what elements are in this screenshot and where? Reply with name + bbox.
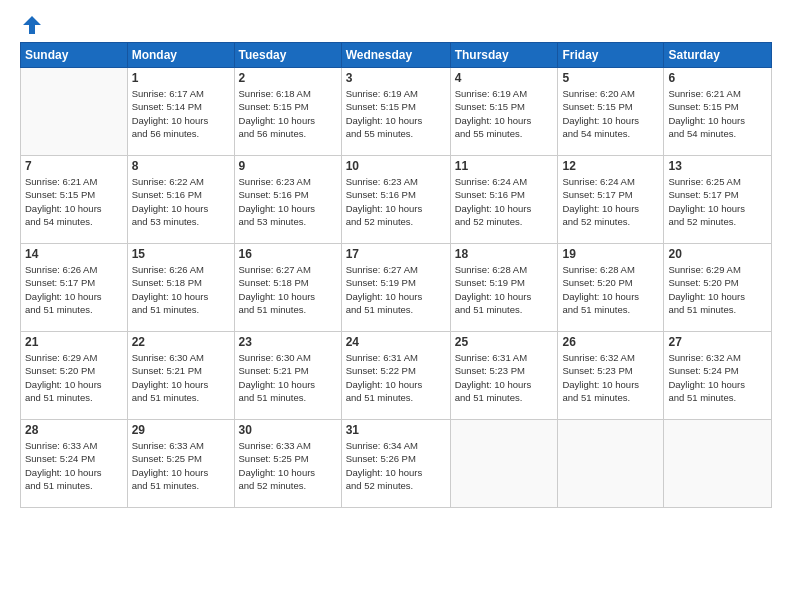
calendar-cell: 6Sunrise: 6:21 AM Sunset: 5:15 PM Daylig… [664, 68, 772, 156]
logo [20, 16, 43, 32]
day-info: Sunrise: 6:28 AM Sunset: 5:20 PM Dayligh… [562, 263, 659, 316]
day-number: 18 [455, 247, 554, 261]
calendar-cell: 21Sunrise: 6:29 AM Sunset: 5:20 PM Dayli… [21, 332, 128, 420]
day-number: 28 [25, 423, 123, 437]
day-number: 31 [346, 423, 446, 437]
day-info: Sunrise: 6:17 AM Sunset: 5:14 PM Dayligh… [132, 87, 230, 140]
day-number: 22 [132, 335, 230, 349]
day-number: 29 [132, 423, 230, 437]
day-info: Sunrise: 6:33 AM Sunset: 5:25 PM Dayligh… [132, 439, 230, 492]
calendar-cell: 23Sunrise: 6:30 AM Sunset: 5:21 PM Dayli… [234, 332, 341, 420]
calendar-cell: 19Sunrise: 6:28 AM Sunset: 5:20 PM Dayli… [558, 244, 664, 332]
calendar-week-row: 21Sunrise: 6:29 AM Sunset: 5:20 PM Dayli… [21, 332, 772, 420]
calendar-cell [21, 68, 128, 156]
logo-icon [21, 14, 43, 36]
calendar-cell: 29Sunrise: 6:33 AM Sunset: 5:25 PM Dayli… [127, 420, 234, 508]
calendar-cell: 28Sunrise: 6:33 AM Sunset: 5:24 PM Dayli… [21, 420, 128, 508]
calendar-cell [558, 420, 664, 508]
day-number: 6 [668, 71, 767, 85]
day-info: Sunrise: 6:20 AM Sunset: 5:15 PM Dayligh… [562, 87, 659, 140]
calendar: SundayMondayTuesdayWednesdayThursdayFrid… [20, 42, 772, 508]
day-number: 21 [25, 335, 123, 349]
calendar-week-row: 1Sunrise: 6:17 AM Sunset: 5:14 PM Daylig… [21, 68, 772, 156]
day-info: Sunrise: 6:26 AM Sunset: 5:18 PM Dayligh… [132, 263, 230, 316]
day-number: 25 [455, 335, 554, 349]
calendar-cell: 26Sunrise: 6:32 AM Sunset: 5:23 PM Dayli… [558, 332, 664, 420]
day-number: 14 [25, 247, 123, 261]
page: SundayMondayTuesdayWednesdayThursdayFrid… [0, 0, 792, 612]
day-number: 13 [668, 159, 767, 173]
day-number: 16 [239, 247, 337, 261]
day-info: Sunrise: 6:33 AM Sunset: 5:25 PM Dayligh… [239, 439, 337, 492]
calendar-cell: 17Sunrise: 6:27 AM Sunset: 5:19 PM Dayli… [341, 244, 450, 332]
day-info: Sunrise: 6:24 AM Sunset: 5:17 PM Dayligh… [562, 175, 659, 228]
day-info: Sunrise: 6:31 AM Sunset: 5:22 PM Dayligh… [346, 351, 446, 404]
day-info: Sunrise: 6:21 AM Sunset: 5:15 PM Dayligh… [668, 87, 767, 140]
calendar-cell: 16Sunrise: 6:27 AM Sunset: 5:18 PM Dayli… [234, 244, 341, 332]
header [20, 16, 772, 32]
day-info: Sunrise: 6:19 AM Sunset: 5:15 PM Dayligh… [346, 87, 446, 140]
day-number: 27 [668, 335, 767, 349]
calendar-cell: 10Sunrise: 6:23 AM Sunset: 5:16 PM Dayli… [341, 156, 450, 244]
calendar-week-row: 14Sunrise: 6:26 AM Sunset: 5:17 PM Dayli… [21, 244, 772, 332]
day-number: 1 [132, 71, 230, 85]
day-number: 26 [562, 335, 659, 349]
day-info: Sunrise: 6:28 AM Sunset: 5:19 PM Dayligh… [455, 263, 554, 316]
calendar-cell [664, 420, 772, 508]
day-info: Sunrise: 6:19 AM Sunset: 5:15 PM Dayligh… [455, 87, 554, 140]
day-number: 2 [239, 71, 337, 85]
day-info: Sunrise: 6:18 AM Sunset: 5:15 PM Dayligh… [239, 87, 337, 140]
day-info: Sunrise: 6:21 AM Sunset: 5:15 PM Dayligh… [25, 175, 123, 228]
calendar-cell: 18Sunrise: 6:28 AM Sunset: 5:19 PM Dayli… [450, 244, 558, 332]
calendar-cell: 20Sunrise: 6:29 AM Sunset: 5:20 PM Dayli… [664, 244, 772, 332]
weekday-header: Tuesday [234, 43, 341, 68]
day-info: Sunrise: 6:26 AM Sunset: 5:17 PM Dayligh… [25, 263, 123, 316]
calendar-cell: 30Sunrise: 6:33 AM Sunset: 5:25 PM Dayli… [234, 420, 341, 508]
day-info: Sunrise: 6:33 AM Sunset: 5:24 PM Dayligh… [25, 439, 123, 492]
day-number: 24 [346, 335, 446, 349]
day-number: 5 [562, 71, 659, 85]
day-info: Sunrise: 6:24 AM Sunset: 5:16 PM Dayligh… [455, 175, 554, 228]
calendar-week-row: 7Sunrise: 6:21 AM Sunset: 5:15 PM Daylig… [21, 156, 772, 244]
day-number: 10 [346, 159, 446, 173]
day-number: 3 [346, 71, 446, 85]
calendar-cell: 1Sunrise: 6:17 AM Sunset: 5:14 PM Daylig… [127, 68, 234, 156]
calendar-cell: 7Sunrise: 6:21 AM Sunset: 5:15 PM Daylig… [21, 156, 128, 244]
day-number: 4 [455, 71, 554, 85]
calendar-cell: 12Sunrise: 6:24 AM Sunset: 5:17 PM Dayli… [558, 156, 664, 244]
calendar-cell: 8Sunrise: 6:22 AM Sunset: 5:16 PM Daylig… [127, 156, 234, 244]
calendar-cell: 15Sunrise: 6:26 AM Sunset: 5:18 PM Dayli… [127, 244, 234, 332]
day-number: 9 [239, 159, 337, 173]
calendar-week-row: 28Sunrise: 6:33 AM Sunset: 5:24 PM Dayli… [21, 420, 772, 508]
calendar-cell: 2Sunrise: 6:18 AM Sunset: 5:15 PM Daylig… [234, 68, 341, 156]
day-info: Sunrise: 6:23 AM Sunset: 5:16 PM Dayligh… [239, 175, 337, 228]
day-number: 20 [668, 247, 767, 261]
day-number: 7 [25, 159, 123, 173]
weekday-header: Monday [127, 43, 234, 68]
day-info: Sunrise: 6:31 AM Sunset: 5:23 PM Dayligh… [455, 351, 554, 404]
calendar-cell: 5Sunrise: 6:20 AM Sunset: 5:15 PM Daylig… [558, 68, 664, 156]
day-info: Sunrise: 6:30 AM Sunset: 5:21 PM Dayligh… [132, 351, 230, 404]
day-info: Sunrise: 6:30 AM Sunset: 5:21 PM Dayligh… [239, 351, 337, 404]
weekday-header: Friday [558, 43, 664, 68]
calendar-cell: 22Sunrise: 6:30 AM Sunset: 5:21 PM Dayli… [127, 332, 234, 420]
calendar-cell: 4Sunrise: 6:19 AM Sunset: 5:15 PM Daylig… [450, 68, 558, 156]
weekday-header: Saturday [664, 43, 772, 68]
day-info: Sunrise: 6:25 AM Sunset: 5:17 PM Dayligh… [668, 175, 767, 228]
day-number: 8 [132, 159, 230, 173]
day-info: Sunrise: 6:23 AM Sunset: 5:16 PM Dayligh… [346, 175, 446, 228]
weekday-header: Sunday [21, 43, 128, 68]
day-number: 11 [455, 159, 554, 173]
calendar-cell: 14Sunrise: 6:26 AM Sunset: 5:17 PM Dayli… [21, 244, 128, 332]
weekday-header: Thursday [450, 43, 558, 68]
day-number: 19 [562, 247, 659, 261]
day-info: Sunrise: 6:27 AM Sunset: 5:19 PM Dayligh… [346, 263, 446, 316]
day-info: Sunrise: 6:29 AM Sunset: 5:20 PM Dayligh… [668, 263, 767, 316]
day-info: Sunrise: 6:27 AM Sunset: 5:18 PM Dayligh… [239, 263, 337, 316]
day-number: 12 [562, 159, 659, 173]
day-number: 30 [239, 423, 337, 437]
day-info: Sunrise: 6:22 AM Sunset: 5:16 PM Dayligh… [132, 175, 230, 228]
calendar-cell: 3Sunrise: 6:19 AM Sunset: 5:15 PM Daylig… [341, 68, 450, 156]
calendar-cell: 25Sunrise: 6:31 AM Sunset: 5:23 PM Dayli… [450, 332, 558, 420]
day-number: 15 [132, 247, 230, 261]
